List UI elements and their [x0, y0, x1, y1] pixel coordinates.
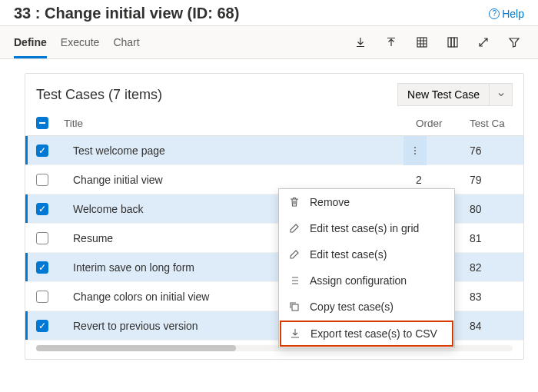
tab-chart[interactable]: Chart — [113, 26, 139, 58]
tab-execute[interactable]: Execute — [61, 26, 100, 58]
row-checkbox[interactable] — [36, 232, 48, 244]
svg-rect-3 — [454, 38, 457, 47]
filter-icon[interactable] — [500, 28, 529, 57]
menu-item-label: Edit test case(s) — [310, 248, 387, 261]
tab-define[interactable]: Define — [14, 26, 47, 58]
menu-item-label: Export test case(s) to CSV — [311, 327, 437, 340]
row-test-case-id: 83 — [470, 291, 513, 303]
scrollbar-thumb[interactable] — [36, 345, 236, 351]
list-icon — [288, 274, 301, 287]
column-header-test-case[interactable]: Test Ca — [470, 118, 513, 129]
chevron-down-icon — [496, 90, 506, 99]
row-checkbox[interactable]: ✓ — [36, 203, 48, 215]
svg-point-6 — [414, 153, 416, 154]
grid-icon[interactable] — [407, 28, 437, 57]
menu-item-assign-configuration[interactable]: Assign configuration — [279, 267, 454, 294]
pencil-icon — [288, 248, 301, 261]
svg-point-5 — [414, 150, 416, 151]
row-checkbox[interactable]: ✓ — [36, 145, 48, 157]
row-order: 2 — [416, 174, 470, 186]
trash-icon — [288, 196, 301, 208]
menu-item-label: Edit test case(s) in grid — [310, 222, 419, 234]
menu-item-label: Remove — [310, 196, 350, 208]
row-checkbox[interactable] — [36, 174, 48, 186]
menu-item-label: Copy test case(s) — [310, 301, 394, 313]
download-icon — [289, 327, 301, 340]
row-test-case-id: 76 — [470, 145, 513, 157]
svg-rect-7 — [292, 304, 298, 311]
help-label: Help — [502, 8, 524, 20]
page-title: 33 : Change initial view (ID: 68) — [14, 5, 239, 22]
more-vertical-icon — [410, 145, 420, 156]
pencil-icon — [288, 222, 301, 234]
help-link[interactable]: ? Help — [489, 8, 524, 20]
expand-icon[interactable] — [469, 28, 498, 57]
copy-icon — [288, 301, 301, 313]
menu-item-remove[interactable]: Remove — [279, 189, 454, 215]
new-test-case-dropdown[interactable] — [490, 83, 513, 106]
columns-icon[interactable] — [438, 28, 467, 57]
row-test-case-id: 79 — [470, 174, 513, 186]
row-more-button[interactable] — [404, 136, 427, 165]
row-test-case-id: 80 — [470, 203, 513, 215]
download-icon[interactable] — [346, 28, 375, 57]
column-header-order[interactable]: Order — [416, 118, 470, 129]
select-all-checkbox[interactable] — [36, 117, 48, 129]
row-title: Test welcome page — [61, 145, 416, 157]
row-test-case-id: 82 — [470, 261, 513, 274]
menu-item-copy-test-case-s[interactable]: Copy test case(s) — [279, 294, 454, 320]
menu-item-edit-test-case-s[interactable]: Edit test case(s) — [279, 241, 454, 267]
row-checkbox[interactable]: ✓ — [36, 320, 48, 332]
svg-point-4 — [414, 147, 416, 148]
row-test-case-id: 84 — [470, 320, 513, 332]
column-header-title[interactable]: Title — [61, 118, 416, 129]
help-icon: ? — [489, 8, 500, 19]
row-title: Change initial view — [61, 174, 416, 186]
table-row[interactable]: ✓Test welcome page176 — [25, 136, 523, 165]
menu-item-edit-test-case-s-in-grid[interactable]: Edit test case(s) in grid — [279, 215, 454, 241]
menu-item-export-test-case-s-to-csv[interactable]: Export test case(s) to CSV — [280, 321, 453, 347]
new-test-case-button[interactable]: New Test Case — [397, 83, 490, 106]
tabs: DefineExecuteChart — [14, 26, 140, 58]
upload-icon[interactable] — [377, 28, 406, 57]
row-checkbox[interactable] — [36, 291, 48, 303]
menu-item-label: Assign configuration — [310, 274, 407, 287]
row-test-case-id: 81 — [470, 232, 513, 244]
svg-rect-0 — [417, 38, 427, 47]
context-menu: RemoveEdit test case(s) in gridEdit test… — [278, 188, 455, 348]
row-checkbox[interactable]: ✓ — [36, 261, 48, 274]
panel-title: Test Cases (7 items) — [36, 87, 162, 103]
